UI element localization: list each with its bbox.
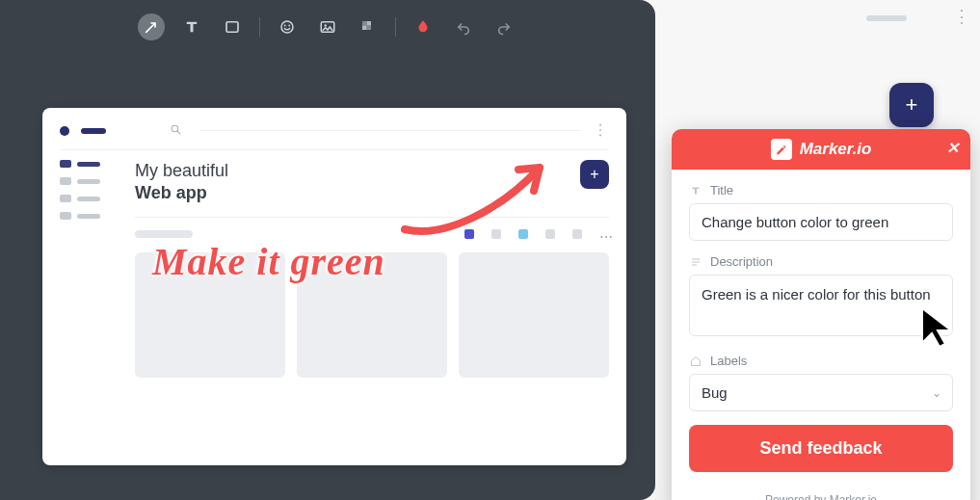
app-logo-dot <box>60 126 69 136</box>
tool-image[interactable] <box>314 13 341 40</box>
marker-logo-icon <box>771 139 792 160</box>
filter-icon <box>572 229 582 239</box>
svg-point-1 <box>281 21 293 33</box>
title-icon <box>689 184 702 197</box>
app-kebab-icon: ⋯ <box>592 122 610 139</box>
app-sidebar <box>60 150 118 378</box>
breadcrumb-row: ⋯ <box>135 229 609 239</box>
toolbar-divider <box>395 17 396 37</box>
crumb-pill <box>135 230 193 238</box>
description-label: Description <box>710 254 773 269</box>
bg-kebab-icon: ⋮ <box>953 6 970 27</box>
tool-arrow[interactable] <box>138 13 165 40</box>
app-title-line1: My beautiful <box>135 161 228 180</box>
description-input[interactable] <box>689 275 953 336</box>
annotation-editor: ⋯ My beautiful Web app + <box>0 0 655 500</box>
labels-select[interactable]: Bug <box>689 374 953 411</box>
tool-redo[interactable] <box>490 13 517 40</box>
filter-icon <box>545 229 555 239</box>
panel-footer: Powered by Marker.io <box>672 484 970 500</box>
plus-icon: + <box>590 166 598 183</box>
screenshot-canvas: ⋯ My beautiful Web app + <box>42 108 626 465</box>
close-icon[interactable]: ✕ <box>946 139 959 157</box>
tool-undo[interactable] <box>450 13 477 40</box>
title-label: Title <box>710 183 733 197</box>
svg-point-2 <box>284 25 286 27</box>
labels-label: Labels <box>710 354 747 368</box>
bg-pill <box>866 15 907 21</box>
labels-icon <box>689 355 702 368</box>
app-title: My beautiful Web app <box>135 160 228 203</box>
svg-rect-8 <box>362 26 367 31</box>
svg-rect-7 <box>367 21 372 26</box>
placeholder-card <box>459 252 609 378</box>
annotation-text: Make it green <box>152 239 385 284</box>
svg-point-10 <box>172 125 178 132</box>
tool-blur[interactable] <box>355 13 382 40</box>
send-feedback-button[interactable]: Send feedback <box>689 425 953 472</box>
toolbar-divider <box>259 17 260 37</box>
title-input[interactable] <box>689 203 953 241</box>
tool-rect[interactable] <box>219 13 246 40</box>
svg-rect-0 <box>226 22 238 33</box>
plus-icon: + <box>906 92 918 118</box>
tool-text[interactable] <box>178 13 205 40</box>
search-line <box>199 130 581 131</box>
panel-header: Marker.io ✕ <box>672 129 970 170</box>
filter-icon <box>518 229 528 239</box>
search-icon <box>170 123 182 139</box>
filter-icon <box>464 229 474 239</box>
add-button[interactable]: + <box>580 160 609 189</box>
feedback-panel: Marker.io ✕ Title Description Labels Bug <box>672 129 970 500</box>
feedback-fab[interactable]: + <box>889 83 934 127</box>
svg-rect-9 <box>367 26 372 31</box>
panel-brand: Marker.io <box>800 140 872 159</box>
tool-emoji[interactable] <box>274 13 301 40</box>
svg-point-5 <box>325 24 327 26</box>
annotation-toolbar <box>0 0 655 54</box>
app-header: ⋯ <box>60 121 609 150</box>
app-title-line2: Web app <box>135 183 207 202</box>
svg-point-3 <box>288 25 290 27</box>
tool-color[interactable] <box>410 13 437 40</box>
more-icon: ⋯ <box>599 229 609 239</box>
description-icon <box>689 255 702 269</box>
app-logo-bar <box>81 128 106 134</box>
svg-rect-6 <box>362 21 367 26</box>
divider <box>135 217 609 218</box>
filter-icon <box>491 229 501 239</box>
